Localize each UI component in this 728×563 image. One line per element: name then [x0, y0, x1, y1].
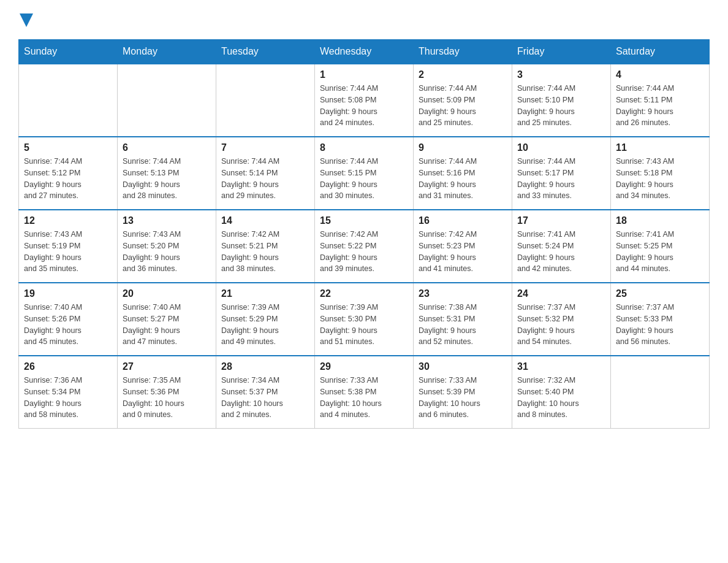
calendar-cell: 9Sunrise: 7:44 AMSunset: 5:16 PMDaylight…	[414, 137, 512, 210]
calendar-cell: 12Sunrise: 7:43 AMSunset: 5:19 PMDayligh…	[19, 210, 118, 283]
day-number: 22	[320, 288, 408, 299]
weekday-header-monday: Monday	[118, 40, 216, 64]
weekday-header-thursday: Thursday	[414, 40, 512, 64]
calendar-cell: 20Sunrise: 7:40 AMSunset: 5:27 PMDayligh…	[118, 283, 216, 356]
day-number: 20	[123, 288, 211, 299]
calendar-cell	[19, 64, 118, 137]
weekday-header-wednesday: Wednesday	[315, 40, 414, 64]
week-row-5: 26Sunrise: 7:36 AMSunset: 5:34 PMDayligh…	[19, 356, 710, 429]
calendar-cell: 16Sunrise: 7:42 AMSunset: 5:23 PMDayligh…	[414, 210, 512, 283]
calendar-cell	[611, 356, 710, 429]
day-number: 18	[616, 215, 704, 226]
day-info: Sunrise: 7:32 AMSunset: 5:40 PMDaylight:…	[517, 375, 605, 421]
calendar-cell: 14Sunrise: 7:42 AMSunset: 5:21 PMDayligh…	[216, 210, 315, 283]
calendar-cell: 11Sunrise: 7:43 AMSunset: 5:18 PMDayligh…	[611, 137, 710, 210]
calendar-cell: 31Sunrise: 7:32 AMSunset: 5:40 PMDayligh…	[512, 356, 611, 429]
day-info: Sunrise: 7:44 AMSunset: 5:10 PMDaylight:…	[517, 83, 605, 129]
day-info: Sunrise: 7:44 AMSunset: 5:15 PMDaylight:…	[320, 156, 408, 202]
day-number: 9	[419, 142, 507, 153]
week-row-1: 1Sunrise: 7:44 AMSunset: 5:08 PMDaylight…	[19, 64, 710, 137]
calendar-cell: 5Sunrise: 7:44 AMSunset: 5:12 PMDaylight…	[19, 137, 118, 210]
calendar-cell: 25Sunrise: 7:37 AMSunset: 5:33 PMDayligh…	[611, 283, 710, 356]
week-row-3: 12Sunrise: 7:43 AMSunset: 5:19 PMDayligh…	[19, 210, 710, 283]
day-info: Sunrise: 7:34 AMSunset: 5:37 PMDaylight:…	[221, 375, 309, 421]
day-info: Sunrise: 7:41 AMSunset: 5:25 PMDaylight:…	[616, 229, 704, 275]
calendar-cell: 13Sunrise: 7:43 AMSunset: 5:20 PMDayligh…	[118, 210, 216, 283]
day-number: 16	[419, 215, 507, 226]
calendar-table: SundayMondayTuesdayWednesdayThursdayFrid…	[18, 39, 710, 429]
day-info: Sunrise: 7:38 AMSunset: 5:31 PMDaylight:…	[419, 302, 507, 348]
day-info: Sunrise: 7:39 AMSunset: 5:30 PMDaylight:…	[320, 302, 408, 348]
day-number: 10	[517, 142, 605, 153]
calendar-cell: 17Sunrise: 7:41 AMSunset: 5:24 PMDayligh…	[512, 210, 611, 283]
calendar-cell: 7Sunrise: 7:44 AMSunset: 5:14 PMDaylight…	[216, 137, 315, 210]
calendar-cell: 28Sunrise: 7:34 AMSunset: 5:37 PMDayligh…	[216, 356, 315, 429]
day-info: Sunrise: 7:42 AMSunset: 5:23 PMDaylight:…	[419, 229, 507, 275]
day-number: 5	[24, 142, 112, 153]
day-number: 2	[419, 69, 507, 80]
calendar-cell: 4Sunrise: 7:44 AMSunset: 5:11 PMDaylight…	[611, 64, 710, 137]
day-number: 25	[616, 288, 704, 299]
calendar-cell: 2Sunrise: 7:44 AMSunset: 5:09 PMDaylight…	[414, 64, 512, 137]
week-row-4: 19Sunrise: 7:40 AMSunset: 5:26 PMDayligh…	[19, 283, 710, 356]
calendar-cell: 30Sunrise: 7:33 AMSunset: 5:39 PMDayligh…	[414, 356, 512, 429]
day-info: Sunrise: 7:42 AMSunset: 5:22 PMDaylight:…	[320, 229, 408, 275]
calendar-cell: 15Sunrise: 7:42 AMSunset: 5:22 PMDayligh…	[315, 210, 414, 283]
calendar-cell: 26Sunrise: 7:36 AMSunset: 5:34 PMDayligh…	[19, 356, 118, 429]
svg-marker-0	[20, 13, 33, 27]
day-number: 19	[24, 288, 112, 299]
calendar-cell: 29Sunrise: 7:33 AMSunset: 5:38 PMDayligh…	[315, 356, 414, 429]
day-info: Sunrise: 7:44 AMSunset: 5:17 PMDaylight:…	[517, 156, 605, 202]
weekday-header-row: SundayMondayTuesdayWednesdayThursdayFrid…	[19, 40, 710, 64]
day-info: Sunrise: 7:44 AMSunset: 5:12 PMDaylight:…	[24, 156, 112, 202]
calendar-cell	[118, 64, 216, 137]
calendar-cell: 3Sunrise: 7:44 AMSunset: 5:10 PMDaylight…	[512, 64, 611, 137]
logo	[18, 12, 33, 27]
day-number: 13	[123, 215, 211, 226]
day-info: Sunrise: 7:43 AMSunset: 5:20 PMDaylight:…	[123, 229, 211, 275]
day-number: 15	[320, 215, 408, 226]
day-info: Sunrise: 7:44 AMSunset: 5:11 PMDaylight:…	[616, 83, 704, 129]
day-info: Sunrise: 7:37 AMSunset: 5:32 PMDaylight:…	[517, 302, 605, 348]
weekday-header-saturday: Saturday	[611, 40, 710, 64]
calendar-cell: 18Sunrise: 7:41 AMSunset: 5:25 PMDayligh…	[611, 210, 710, 283]
calendar-cell: 19Sunrise: 7:40 AMSunset: 5:26 PMDayligh…	[19, 283, 118, 356]
day-number: 27	[123, 361, 211, 372]
day-number: 4	[616, 69, 704, 80]
calendar-cell: 22Sunrise: 7:39 AMSunset: 5:30 PMDayligh…	[315, 283, 414, 356]
day-number: 7	[221, 142, 309, 153]
day-number: 14	[221, 215, 309, 226]
page-header	[18, 12, 710, 27]
day-number: 31	[517, 361, 605, 372]
day-number: 6	[123, 142, 211, 153]
day-info: Sunrise: 7:44 AMSunset: 5:13 PMDaylight:…	[123, 156, 211, 202]
day-info: Sunrise: 7:42 AMSunset: 5:21 PMDaylight:…	[221, 229, 309, 275]
calendar-cell: 23Sunrise: 7:38 AMSunset: 5:31 PMDayligh…	[414, 283, 512, 356]
day-info: Sunrise: 7:40 AMSunset: 5:27 PMDaylight:…	[123, 302, 211, 348]
day-info: Sunrise: 7:44 AMSunset: 5:16 PMDaylight:…	[419, 156, 507, 202]
logo-triangle-icon	[20, 13, 33, 27]
calendar-cell: 10Sunrise: 7:44 AMSunset: 5:17 PMDayligh…	[512, 137, 611, 210]
calendar-cell: 24Sunrise: 7:37 AMSunset: 5:32 PMDayligh…	[512, 283, 611, 356]
day-info: Sunrise: 7:44 AMSunset: 5:08 PMDaylight:…	[320, 83, 408, 129]
day-number: 1	[320, 69, 408, 80]
weekday-header-tuesday: Tuesday	[216, 40, 315, 64]
day-number: 8	[320, 142, 408, 153]
day-info: Sunrise: 7:43 AMSunset: 5:18 PMDaylight:…	[616, 156, 704, 202]
day-number: 26	[24, 361, 112, 372]
day-info: Sunrise: 7:37 AMSunset: 5:33 PMDaylight:…	[616, 302, 704, 348]
calendar-cell: 1Sunrise: 7:44 AMSunset: 5:08 PMDaylight…	[315, 64, 414, 137]
day-info: Sunrise: 7:33 AMSunset: 5:38 PMDaylight:…	[320, 375, 408, 421]
day-number: 24	[517, 288, 605, 299]
day-number: 30	[419, 361, 507, 372]
day-number: 21	[221, 288, 309, 299]
day-info: Sunrise: 7:44 AMSunset: 5:09 PMDaylight:…	[419, 83, 507, 129]
calendar-cell	[216, 64, 315, 137]
day-number: 17	[517, 215, 605, 226]
day-info: Sunrise: 7:43 AMSunset: 5:19 PMDaylight:…	[24, 229, 112, 275]
calendar-cell: 6Sunrise: 7:44 AMSunset: 5:13 PMDaylight…	[118, 137, 216, 210]
day-info: Sunrise: 7:35 AMSunset: 5:36 PMDaylight:…	[123, 375, 211, 421]
day-number: 23	[419, 288, 507, 299]
weekday-header-sunday: Sunday	[19, 40, 118, 64]
day-info: Sunrise: 7:36 AMSunset: 5:34 PMDaylight:…	[24, 375, 112, 421]
